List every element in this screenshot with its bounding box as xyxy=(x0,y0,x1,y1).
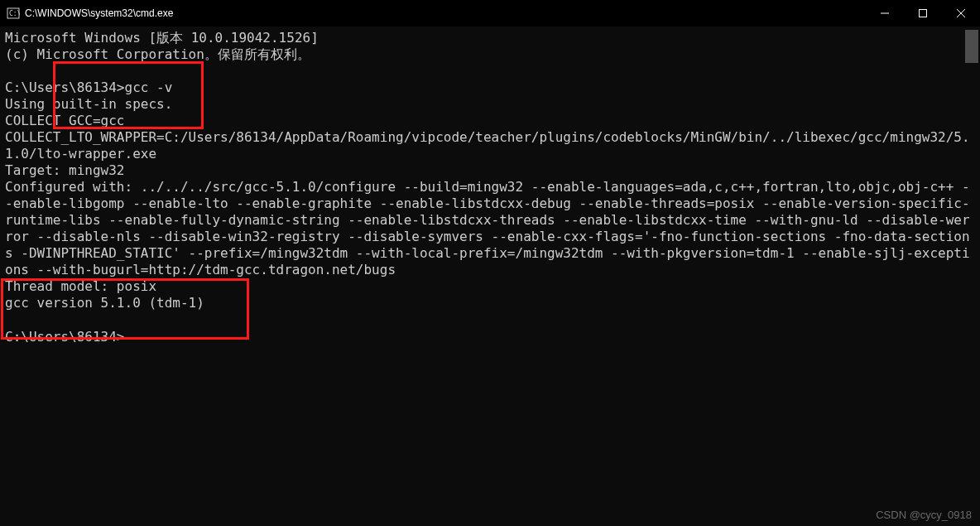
terminal-prompt: C:\Users\86134> xyxy=(5,329,125,345)
svg-rect-3 xyxy=(920,10,927,17)
terminal-line: Configured with: ../../../src/gcc-5.1.0/… xyxy=(5,179,970,277)
cursor xyxy=(125,328,132,341)
terminal-line: (c) Microsoft Corporation。保留所有权利。 xyxy=(5,46,310,62)
titlebar-left: C:\ C:\WINDOWS\system32\cmd.exe xyxy=(0,7,173,20)
cmd-icon: C:\ xyxy=(7,7,20,20)
terminal-output[interactable]: Microsoft Windows [版本 10.0.19042.1526] (… xyxy=(0,27,980,526)
titlebar: C:\ C:\WINDOWS\system32\cmd.exe xyxy=(0,0,980,27)
terminal-line: COLLECT_LTO_WRAPPER=C:/Users/86134/AppDa… xyxy=(5,129,970,162)
terminal-line: gcc version 5.1.0 (tdm-1) xyxy=(5,295,204,311)
terminal-line: C:\Users\86134>gcc -v xyxy=(5,80,172,95)
close-button[interactable] xyxy=(942,0,980,27)
terminal-line: Thread model: posix xyxy=(5,278,156,294)
minimize-button[interactable] xyxy=(866,0,904,27)
svg-text:C:\: C:\ xyxy=(9,10,20,17)
terminal-line: Using built-in specs. xyxy=(5,96,172,112)
terminal-line: Target: mingw32 xyxy=(5,162,125,178)
watermark: CSDN @cycy_0918 xyxy=(876,509,972,521)
maximize-button[interactable] xyxy=(904,0,942,27)
window-controls xyxy=(866,0,980,27)
window-title: C:\WINDOWS\system32\cmd.exe xyxy=(25,7,173,19)
scrollbar-thumb[interactable] xyxy=(965,30,978,63)
terminal-line: COLLECT_GCC=gcc xyxy=(5,113,125,128)
terminal-line: Microsoft Windows [版本 10.0.19042.1526] xyxy=(5,30,319,46)
